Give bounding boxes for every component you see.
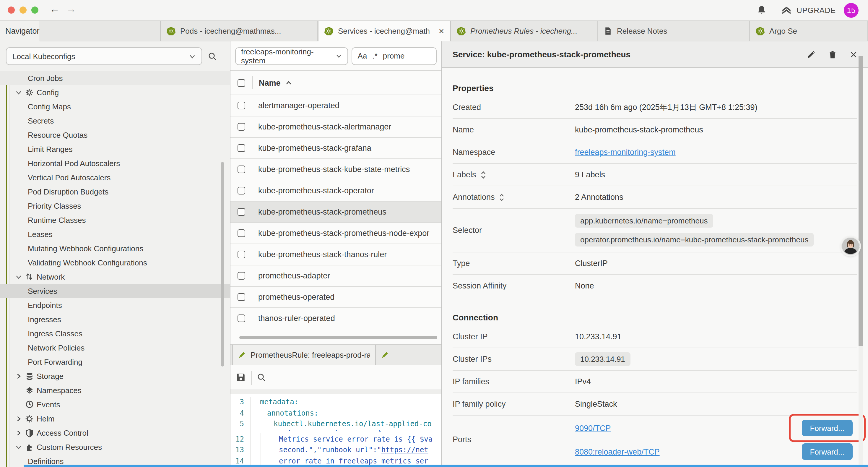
sidebar-item-priority-classes[interactable]: Priority Classes bbox=[0, 199, 230, 213]
window-close-button[interactable] bbox=[8, 6, 15, 13]
table-row-kube-prometheus-stack-operator[interactable]: kube-prometheus-stack-operator bbox=[230, 180, 441, 202]
row-checkbox[interactable] bbox=[238, 229, 245, 237]
sidebar-item-port-forwarding[interactable]: Port Forwarding bbox=[0, 355, 230, 369]
sidebar-item-resource-quotas[interactable]: Resource Quotas bbox=[0, 128, 230, 142]
sidebar-item-limit-ranges[interactable]: Limit Ranges bbox=[0, 142, 230, 156]
sidebar-item-helm[interactable]: Helm bbox=[0, 411, 230, 426]
sidebar-item-config-maps[interactable]: Config Maps bbox=[0, 99, 230, 114]
tab-services-icecheng-math[interactable]: Services - icecheng@math...✕ bbox=[318, 21, 451, 41]
sidebar-item-mutating-webhook-configurations[interactable]: Mutating Webhook Configurations bbox=[0, 241, 230, 255]
table-row-prometheus-operated[interactable]: prometheus-operated bbox=[230, 287, 441, 308]
row-checkbox[interactable] bbox=[238, 208, 245, 216]
select-all-checkbox[interactable] bbox=[238, 79, 245, 87]
tab-prometheus-rules-icecheng[interactable]: Prometheus Rules - icecheng... bbox=[451, 21, 598, 41]
edit-icon[interactable] bbox=[807, 50, 815, 59]
prometheusrule-editor-tab[interactable]: PrometheusRule: freeleaps-prod-rabbitmq bbox=[232, 345, 376, 365]
sidebar-item-vertical-pod-autoscalers[interactable]: Vertical Pod Autoscalers bbox=[0, 170, 230, 184]
trash-icon[interactable] bbox=[829, 50, 837, 59]
search-input[interactable]: Aa .* prome bbox=[352, 47, 437, 65]
titlebar: ← → UPGRADE 15 bbox=[0, 0, 868, 21]
search-icon[interactable] bbox=[208, 52, 217, 61]
port-link-8080-reloader-web-tcp[interactable]: 8080:reloader-web/TCP bbox=[575, 447, 660, 456]
sidebar-item-endpoints[interactable]: Endpoints bbox=[0, 298, 230, 312]
regex-toggle[interactable]: .* bbox=[372, 52, 377, 60]
forward-button[interactable]: Forward... bbox=[802, 420, 852, 436]
back-arrow-icon[interactable]: ← bbox=[50, 4, 60, 16]
service-name: prometheus-operated bbox=[258, 293, 335, 301]
service-name: kube-prometheus-stack-thanos-ruler bbox=[258, 250, 387, 259]
sidebar-item-namespaces[interactable]: Namespaces bbox=[0, 383, 230, 397]
row-checkbox[interactable] bbox=[238, 102, 245, 109]
namespace-link[interactable]: freeleaps-monitoring-system bbox=[575, 148, 676, 157]
namespace-selector[interactable]: freeleaps-monitoring-system bbox=[235, 47, 348, 65]
sidebar-item-leases[interactable]: Leases bbox=[0, 227, 230, 241]
sidebar-item-ingresses[interactable]: Ingresses bbox=[0, 312, 230, 326]
window-maximize-button[interactable] bbox=[31, 6, 38, 13]
horizontal-scrollbar[interactable] bbox=[239, 336, 437, 339]
sidebar-item-network-policies[interactable]: Network Policies bbox=[0, 341, 230, 355]
sidebar-item-custom-resources[interactable]: Custom Resources bbox=[0, 440, 230, 454]
notification-count-badge[interactable]: 15 bbox=[844, 3, 859, 18]
sidebar-item-horizontal-pod-autoscalers[interactable]: Horizontal Pod Autoscalers bbox=[0, 156, 230, 170]
sidebar-item-secrets[interactable]: Secrets bbox=[0, 114, 230, 128]
table-row-kube-prometheus-stack-kube-state-metrics[interactable]: kube-prometheus-stack-kube-state-metrics bbox=[230, 159, 441, 180]
sidebar-item-validating-webhook-configurations[interactable]: Validating Webhook Configurations bbox=[0, 255, 230, 269]
table-row-prometheus-adapter[interactable]: prometheus-adapter bbox=[230, 265, 441, 287]
forward-arrow-icon[interactable]: → bbox=[66, 4, 76, 16]
detail-label: Namespace bbox=[453, 148, 495, 157]
table-row-alertmanager-operated[interactable]: alertmanager-operated bbox=[230, 95, 441, 116]
table-row-kube-prometheus-stack-grafana[interactable]: kube-prometheus-stack-grafana bbox=[230, 138, 441, 159]
sidebar-item-services[interactable]: Services bbox=[0, 284, 230, 298]
sidebar-item-config[interactable]: Config bbox=[0, 85, 230, 99]
row-checkbox[interactable] bbox=[238, 251, 245, 258]
sidebar-item-network[interactable]: Network bbox=[0, 269, 230, 284]
row-checkbox[interactable] bbox=[238, 272, 245, 280]
sidebar-item-label: Config bbox=[37, 88, 59, 97]
sidebar-item-ingress-classes[interactable]: Ingress Classes bbox=[0, 326, 230, 341]
row-checkbox[interactable] bbox=[238, 187, 245, 195]
tab-close-icon[interactable]: ✕ bbox=[438, 27, 444, 35]
second-editor-tab[interactable] bbox=[376, 345, 441, 365]
table-row-kube-prometheus-stack-thanos-ruler[interactable]: kube-prometheus-stack-thanos-ruler bbox=[230, 244, 441, 265]
line-number: 11 bbox=[230, 430, 251, 434]
upgrade-label: UPGRADE bbox=[797, 6, 836, 15]
tab-pods-icecheng-mathmas[interactable]: Pods - icecheng@mathmas... bbox=[161, 21, 318, 41]
bell-icon[interactable] bbox=[757, 5, 766, 16]
table-row-kube-prometheus-stack-prometheus-node-expor[interactable]: kube-prometheus-stack-prometheus-node-ex… bbox=[230, 223, 441, 244]
code-line-12: 12Metrics service error rate is {{ $va bbox=[230, 434, 441, 444]
row-checkbox[interactable] bbox=[238, 123, 245, 130]
user-avatar[interactable] bbox=[841, 237, 860, 255]
tab-release-notes[interactable]: Release Notes bbox=[598, 21, 750, 41]
sidebar-scrollbar[interactable] bbox=[221, 162, 224, 367]
match-case-toggle[interactable]: Aa bbox=[358, 52, 367, 60]
table-row-kube-prometheus-stack-alertmanager[interactable]: kube-prometheus-stack-alertmanager bbox=[230, 116, 441, 138]
detail-row-selector: Selectorapp.kubernetes.io/name=prometheu… bbox=[453, 209, 857, 253]
sidebar-item-label: Config Maps bbox=[28, 102, 71, 111]
sidebar-item-access-control[interactable]: Access Control bbox=[0, 426, 230, 440]
forward-button[interactable]: Forward... bbox=[802, 443, 852, 460]
sidebar-item-pod-disruption-budgets[interactable]: Pod Disruption Budgets bbox=[0, 184, 230, 199]
window-minimize-button[interactable] bbox=[20, 6, 27, 13]
table-row-kube-prometheus-stack-prometheus[interactable]: kube-prometheus-stack-prometheus bbox=[230, 202, 441, 223]
upgrade-button[interactable]: UPGRADE bbox=[781, 5, 836, 16]
table-row-thanos-ruler-operated[interactable]: thanos-ruler-operated bbox=[230, 308, 441, 329]
search-icon[interactable] bbox=[257, 373, 266, 382]
save-icon[interactable] bbox=[236, 372, 246, 382]
kubeconfig-selector[interactable]: Local Kubeconfigs bbox=[6, 47, 202, 65]
row-checkbox[interactable] bbox=[238, 315, 245, 322]
row-checkbox[interactable] bbox=[238, 293, 245, 301]
tab-argo-se[interactable]: Argo Se bbox=[750, 21, 868, 41]
name-column-header[interactable]: Name bbox=[259, 78, 292, 87]
row-checkbox[interactable] bbox=[238, 166, 245, 173]
code-url-link[interactable]: https://net bbox=[381, 446, 428, 454]
close-icon[interactable] bbox=[850, 51, 857, 58]
navigator-tab[interactable]: Navigator bbox=[0, 21, 40, 41]
port-link-9090-tcp[interactable]: 9090/TCP bbox=[575, 424, 611, 432]
sidebar-item-cron-jobs[interactable]: Cron Jobs bbox=[0, 71, 230, 85]
sidebar-item-runtime-classes[interactable]: Runtime Classes bbox=[0, 213, 230, 227]
detail-scrollbar[interactable] bbox=[859, 56, 863, 346]
yaml-editor[interactable]: 3metadata:4annotations:5kubectl.kubernet… bbox=[230, 394, 441, 467]
row-checkbox[interactable] bbox=[238, 144, 245, 152]
sidebar-item-events[interactable]: Events bbox=[0, 397, 230, 411]
sidebar-item-storage[interactable]: Storage bbox=[0, 369, 230, 383]
